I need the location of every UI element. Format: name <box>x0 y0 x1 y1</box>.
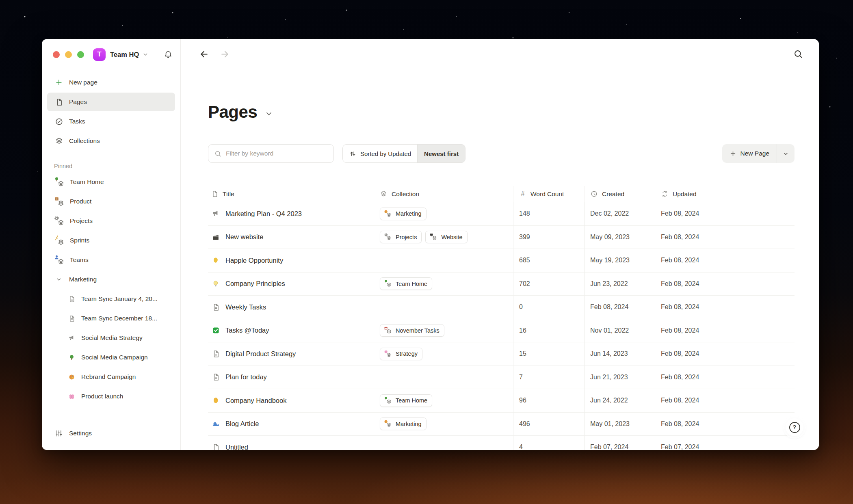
tag-label: Projects <box>396 234 417 240</box>
table-row[interactable]: Marketing Plan - Q4 2023 Marketing 148 D… <box>208 202 795 226</box>
search-icon[interactable] <box>793 49 803 59</box>
sidebar-item-team-sync-jan[interactable]: Team Sync January 4, 20... <box>47 290 175 308</box>
close-window-button[interactable] <box>53 51 60 58</box>
forward-arrow-icon[interactable] <box>220 49 230 59</box>
table-row[interactable]: Weekly Tasks 0 Feb 08, 2024 Feb 08, 2024 <box>208 296 795 319</box>
tag-label: Marketing <box>396 210 422 217</box>
sidebar-item-label: Projects <box>70 217 93 225</box>
workspace-switcher-chevron-icon[interactable] <box>142 51 149 58</box>
toolbar: Sorted by Updated Newest first New Page <box>208 144 795 163</box>
created-cell: Jun 14, 2023 <box>590 350 628 357</box>
sidebar-item-product[interactable]: Product <box>47 192 175 211</box>
table-row[interactable]: Company Principles Team Home 702 Jun 23,… <box>208 273 795 296</box>
collection-tag[interactable]: November Tasks <box>380 324 444 337</box>
collection-tag[interactable]: Team Home <box>380 394 432 407</box>
collection-tag[interactable]: Marketing <box>380 208 426 220</box>
new-page-button[interactable]: New Page <box>722 144 777 163</box>
search-icon <box>214 150 222 158</box>
page-title-cell: Plan for today <box>225 373 267 381</box>
table-row[interactable]: New website Projects Website 399 May 09,… <box>208 226 795 249</box>
wave-icon <box>211 420 221 428</box>
word-count-cell: 7 <box>519 374 523 381</box>
sidebar-divider <box>54 157 168 157</box>
table-row[interactable]: Plan for today 7 Jun 21, 2023 Feb 08, 20… <box>208 366 795 389</box>
minimize-window-button[interactable] <box>65 51 72 58</box>
column-label: Collection <box>392 190 419 198</box>
collection-tag[interactable]: Marketing <box>380 417 426 430</box>
sidebar-item-collections[interactable]: Collections <box>47 132 175 150</box>
updated-cell: Feb 08, 2024 <box>661 397 699 404</box>
created-cell: Feb 07, 2024 <box>590 443 628 450</box>
page-title-cell: Digital Product Strategy <box>225 350 296 358</box>
updated-cell: Feb 08, 2024 <box>661 257 699 264</box>
column-header-word-count[interactable]: # Word Count <box>513 186 584 202</box>
created-cell: Jun 24, 2022 <box>590 397 628 404</box>
tag-label: November Tasks <box>396 327 439 334</box>
calendar-collection-icon <box>384 327 392 334</box>
updated-cell: Feb 08, 2024 <box>661 234 699 241</box>
tree-collection-icon <box>384 397 392 404</box>
collection-tag[interactable]: Website <box>425 231 467 243</box>
sidebar-item-pages[interactable]: Pages <box>47 93 175 111</box>
column-header-collection[interactable]: Collection <box>374 186 513 202</box>
updated-cell: Feb 08, 2024 <box>661 327 699 334</box>
sidebar-item-sprints[interactable]: Sprints <box>47 231 175 250</box>
sort-order-button[interactable]: Newest first <box>418 145 465 162</box>
sidebar-item-team-home[interactable]: Team Home <box>47 173 175 191</box>
sidebar-item-new-page[interactable]: New page <box>47 73 175 92</box>
workspace-name[interactable]: Team HQ <box>110 51 139 58</box>
table-row[interactable]: Digital Product Strategy Strategy 15 Jun… <box>208 342 795 366</box>
page-title-chevron-icon[interactable] <box>264 106 273 118</box>
sidebar-item-projects[interactable]: Projects <box>47 212 175 230</box>
document-icon <box>211 373 221 381</box>
chevron-down-icon[interactable] <box>54 276 64 283</box>
main-panel: Pages Sorted by Updated Newes <box>181 39 819 450</box>
waving-hand-icon <box>211 396 221 405</box>
sidebar-header: T Team HQ <box>53 46 173 63</box>
table-row[interactable]: Happle Opportunity 685 May 19, 2023 Feb … <box>208 249 795 273</box>
sidebar: T Team HQ New page Pages Tasks <box>42 39 181 450</box>
sidebar-item-label: Rebrand Campaign <box>81 373 136 381</box>
column-header-created[interactable]: Created <box>584 186 655 202</box>
table-row[interactable]: Blog Article Marketing 496 May 01, 2023 … <box>208 413 795 436</box>
sidebar-item-tasks[interactable]: Tasks <box>47 112 175 131</box>
sidebar-item-social-media-campaign[interactable]: Social Media Campaign <box>47 348 175 367</box>
table-row[interactable]: Company Handbook Team Home 96 Jun 24, 20… <box>208 389 795 413</box>
sidebar-item-settings[interactable]: Settings <box>47 424 175 443</box>
column-header-title[interactable]: Title <box>208 186 374 202</box>
table-row[interactable]: Untitled 4 Feb 07, 2024 Feb 07, 2024 <box>208 436 795 450</box>
zoom-window-button[interactable] <box>77 51 84 58</box>
word-count-cell: 16 <box>519 327 526 334</box>
new-page-dropdown-button[interactable] <box>777 144 795 163</box>
sort-label: Sorted by Updated <box>360 150 411 157</box>
collection-tag[interactable]: Strategy <box>380 348 422 360</box>
collection-tag[interactable]: Team Home <box>380 277 432 290</box>
word-count-cell: 702 <box>519 280 530 288</box>
table-row[interactable]: Tasks @Today November Tasks 16 Nov 01, 2… <box>208 319 795 343</box>
pages-table: Title Collection # Word Count Create <box>208 186 795 450</box>
sidebar-item-label: Sprints <box>70 237 89 244</box>
filter-input[interactable] <box>226 150 328 157</box>
page-title-cell: Company Principles <box>225 280 285 288</box>
back-arrow-icon[interactable] <box>199 49 209 59</box>
workspace-avatar[interactable]: T <box>93 48 106 61</box>
sidebar-item-marketing[interactable]: Marketing <box>47 270 175 289</box>
column-header-updated[interactable]: Updated <box>655 186 795 202</box>
sidebar-item-teams[interactable]: Teams <box>47 251 175 269</box>
sidebar-item-rebrand-campaign[interactable]: Rebrand Campaign <box>47 368 175 386</box>
gear-collection-icon <box>384 234 392 241</box>
created-cell: Nov 01, 2022 <box>590 327 629 334</box>
sidebar-item-label: Social Media Strategy <box>81 334 143 342</box>
document-icon <box>211 303 221 311</box>
updated-cell: Feb 08, 2024 <box>661 303 699 311</box>
monitor-collection-icon <box>430 234 437 241</box>
document-icon <box>67 295 76 303</box>
notifications-bell-icon[interactable] <box>164 50 173 59</box>
help-button[interactable]: ? <box>786 418 803 436</box>
sorted-by-button[interactable]: Sorted by Updated <box>343 145 418 162</box>
column-label: Title <box>223 190 234 198</box>
collection-tag[interactable]: Projects <box>380 231 422 243</box>
sidebar-item-social-media-strategy[interactable]: Social Media Strategy <box>47 329 175 347</box>
sidebar-item-team-sync-dec[interactable]: Team Sync December 18... <box>47 309 175 328</box>
sidebar-item-product-launch[interactable]: Product launch <box>47 387 175 406</box>
